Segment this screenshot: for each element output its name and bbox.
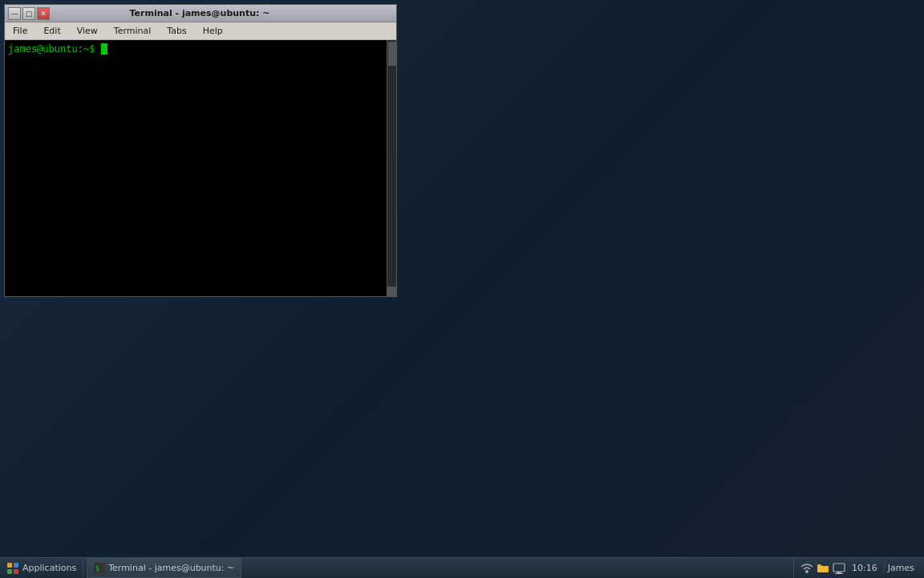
- svg-rect-10: [835, 573, 843, 574]
- taskbar-username: James: [884, 563, 918, 573]
- desktop: — □ ✕ Terminal - james@ubuntu: ~ File Ed…: [0, 0, 924, 578]
- svg-rect-8: [833, 564, 845, 572]
- window-title: Terminal - james@ubuntu: ~: [50, 8, 350, 18]
- menu-tabs[interactable]: Tabs: [162, 24, 191, 38]
- terminal-titlebar: — □ ✕ Terminal - james@ubuntu: ~: [5, 5, 396, 22]
- taskbar-terminal-button[interactable]: $ Terminal - james@ubuntu: ~: [87, 558, 241, 578]
- svg-rect-2: [7, 569, 12, 574]
- applications-button[interactable]: Applications: [0, 558, 83, 578]
- menu-file[interactable]: File: [8, 24, 32, 38]
- svg-rect-3: [14, 569, 18, 574]
- svg-rect-7: [817, 566, 829, 572]
- svg-text:$: $: [95, 565, 99, 572]
- svg-rect-9: [837, 572, 841, 573]
- menu-help[interactable]: Help: [198, 24, 228, 38]
- svg-point-6: [805, 570, 808, 573]
- taskbar-clock: 10:16: [849, 563, 881, 573]
- prompt-line: james@ubuntu:~$: [8, 43, 383, 55]
- taskbar: Applications $ Terminal - james@ubuntu: …: [0, 557, 924, 578]
- terminal-body[interactable]: james@ubuntu:~$: [5, 40, 396, 296]
- scrollbar-thumb[interactable]: [388, 42, 396, 66]
- terminal-window: — □ ✕ Terminal - james@ubuntu: ~ File Ed…: [4, 4, 397, 297]
- minimize-button[interactable]: —: [8, 7, 21, 20]
- system-tray: 10:16 James: [793, 558, 924, 578]
- terminal-menubar: File Edit View Terminal Tabs Help: [5, 22, 396, 40]
- applications-icon: [6, 562, 19, 575]
- terminal-cursor: [101, 43, 107, 55]
- prompt-text: james@ubuntu:~$: [8, 43, 95, 55]
- resize-handle[interactable]: [387, 287, 396, 296]
- svg-rect-0: [7, 563, 12, 568]
- terminal-content[interactable]: james@ubuntu:~$: [5, 40, 387, 296]
- titlebar-buttons: — □ ✕: [8, 7, 50, 20]
- close-button[interactable]: ✕: [37, 7, 50, 20]
- network-icon[interactable]: [800, 562, 813, 575]
- folder-icon[interactable]: [817, 562, 829, 575]
- menu-edit[interactable]: Edit: [38, 24, 65, 38]
- menu-view[interactable]: View: [72, 24, 103, 38]
- display-icon[interactable]: [833, 562, 845, 575]
- applications-label: Applications: [22, 563, 76, 573]
- svg-rect-1: [14, 563, 18, 568]
- taskbar-terminal-icon: $: [94, 563, 105, 574]
- taskbar-terminal-label: Terminal - james@ubuntu: ~: [108, 563, 234, 573]
- terminal-scrollbar[interactable]: [387, 40, 396, 296]
- maximize-button[interactable]: □: [22, 7, 35, 20]
- menu-terminal[interactable]: Terminal: [109, 24, 156, 38]
